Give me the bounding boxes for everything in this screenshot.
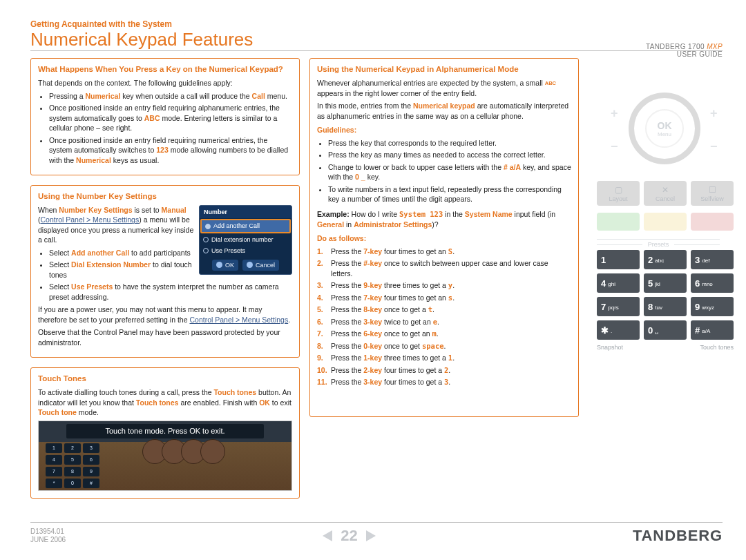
middle-column: Using the Numerical Keypad in Alphanumer… xyxy=(309,58,579,508)
box-touch-tones: Touch Tones To activate dialling touch t… xyxy=(30,367,300,498)
key-8: 8tuv xyxy=(644,297,687,316)
key-5: 5jkl xyxy=(644,273,687,293)
touchtones-label: Touch tones xyxy=(700,344,734,351)
radio-on-icon xyxy=(205,224,211,229)
key-4: 4ghi xyxy=(597,273,640,293)
touch-tone-screenshot: Touch tone mode. Press OK to exit. 123 4… xyxy=(38,421,292,491)
guide-3: Change to lower or back to upper case le… xyxy=(328,162,571,182)
step-9: Press the 1-key three times to get a 1. xyxy=(317,353,571,363)
tt-banner: Touch tone mode. Press OK to exit. xyxy=(66,424,264,438)
key-hash: #a/A xyxy=(691,320,734,340)
radio-off-icon xyxy=(203,237,209,242)
brand-logo: TANDBERG xyxy=(633,527,723,545)
call-key-red xyxy=(691,213,734,231)
step-4: Press the 7-key four times to get an s. xyxy=(317,293,571,302)
step-7: Press the 6-key once to get an m. xyxy=(317,329,571,338)
kp-bullet-1: Pressing a Numerical key when outside a … xyxy=(49,91,292,101)
next-page-icon[interactable] xyxy=(366,530,376,541)
step-10: Press the 2-key four times to get a 2. xyxy=(317,365,571,375)
step-2: Press the #-key once to switch between u… xyxy=(317,258,571,278)
call-key-row xyxy=(597,213,734,231)
dialog-opt-add-call: Add another Call xyxy=(200,219,291,233)
step-5: Press the 8-key once to get a t. xyxy=(317,305,571,314)
page-number-nav: 22 xyxy=(323,527,375,545)
call-key-green xyxy=(597,213,640,231)
step-1: Press the 7-key four times to get an S. xyxy=(317,247,571,256)
number-dialog-figure: Number Add another Call Dial extension n… xyxy=(199,205,292,275)
header-rule xyxy=(30,50,723,51)
box-tt-heading: Touch Tones xyxy=(38,374,292,385)
link-menu-settings[interactable]: Control Panel > Menu Settings xyxy=(41,215,140,224)
doc-date: JUNE 2006 xyxy=(30,536,66,543)
dialog-opt-dial-ext: Dial extension number xyxy=(200,234,291,245)
doc-meta: D13954.01 JUNE 2006 xyxy=(30,528,66,545)
box-keypress-intro: That depends on the context. The followi… xyxy=(38,78,292,88)
ok-label: OK xyxy=(658,120,672,131)
dialog-title: Number xyxy=(200,206,291,218)
page-sheet: Getting Acquainted with the System Numer… xyxy=(0,0,746,560)
people-photo-placeholder xyxy=(142,439,220,464)
eyebrow: Getting Acquainted with the System xyxy=(30,19,723,29)
page-footer: D13954.01 JUNE 2006 22 TANDBERG xyxy=(30,522,723,545)
radio-off-icon xyxy=(203,248,209,253)
key-9: 9wxyz xyxy=(691,297,734,316)
page-number: 22 xyxy=(341,527,357,545)
menu-label: Menu xyxy=(658,131,672,137)
dialog-cancel-button: Cancel xyxy=(242,260,279,271)
step-3: Press the 9-key three times to get a y. xyxy=(317,280,571,290)
box-keypress: What Happens When You Press a Key on the… xyxy=(30,58,300,175)
guidelines-label: Guidelines: xyxy=(317,125,571,135)
example-line: Example: How do I write System 123 in th… xyxy=(317,209,571,229)
do-as-follows: Do as follows: xyxy=(317,233,571,243)
product-suffix: MXP xyxy=(707,43,723,50)
dialog-ok-button: OK xyxy=(212,260,238,271)
nks-li3: Select Use Presets to have the system in… xyxy=(49,282,292,302)
doc-id: D13954.01 xyxy=(30,528,64,535)
key-3: 3def xyxy=(691,250,734,269)
alpha-p2: In this mode, entries from the Numerical… xyxy=(317,101,571,121)
presets-label: Presets xyxy=(597,239,720,248)
guide-4: To write numbers in a text input field, … xyxy=(328,184,571,204)
nks-p2: If you are a power user, you may not wan… xyxy=(38,305,292,325)
kp-bullet-2: Once positioned inside an entry field re… xyxy=(49,103,292,133)
key-2: 2abc xyxy=(644,250,687,269)
box-alphanum: Using the Numerical Keypad in Alphanumer… xyxy=(309,58,579,417)
step-6: Press the 3-key twice to get an e. xyxy=(317,317,571,327)
softkey-row: ▢Layout ✕Cancel ☐Selfview xyxy=(597,181,734,206)
keypad: 1 2abc 3def 4ghi 5jkl 6mno 7pqrs 8tuv 9w… xyxy=(597,250,723,340)
link-menu-settings-2[interactable]: Control Panel > Menu Settings xyxy=(189,316,288,324)
softkey-selfview: ☐Selfview xyxy=(691,181,734,206)
prev-page-icon[interactable] xyxy=(323,530,332,541)
header-right-meta: TANDBERG 1700 MXP USER GUIDE xyxy=(646,43,723,58)
check-icon xyxy=(216,262,222,268)
product-name: TANDBERG 1700 xyxy=(646,43,705,50)
tt-keypad-icon: 123 456 789 *0# xyxy=(46,443,99,488)
dialog-opt-use-presets: Use Presets xyxy=(200,245,291,256)
key-0: 0␣ xyxy=(644,320,687,340)
left-column: What Happens When You Press a Key on the… xyxy=(30,58,300,508)
guide-2: Press the key as many times as needed to… xyxy=(328,150,571,160)
content-columns: What Happens When You Press a Key on the… xyxy=(30,58,723,508)
key-6: 6mno xyxy=(691,273,734,293)
box-nks-heading: Using the Number Key Settings xyxy=(38,191,292,202)
kp-bullet-3: Once positioned inside an entry field re… xyxy=(49,135,292,165)
softkey-cancel: ✕Cancel xyxy=(644,181,687,206)
box-keypress-heading: What Happens When You Press a Key on the… xyxy=(38,64,292,75)
call-key-yellow xyxy=(644,213,687,231)
alpha-p1: Whenever alphanumerical entries are expe… xyxy=(317,78,571,98)
guide-1: Press the key that corresponds to the re… xyxy=(328,138,571,148)
snapshot-label: Snapshot xyxy=(597,344,623,351)
x-icon xyxy=(247,262,253,268)
key-star: ✱. xyxy=(597,320,640,340)
box-alpha-heading: Using the Numerical Keypad in Alphanumer… xyxy=(317,64,571,75)
softkey-layout: ▢Layout xyxy=(597,181,640,206)
step-8: Press the 0-key once to get space. xyxy=(317,341,571,351)
tt-paragraph: To activate dialling touch tones during … xyxy=(38,387,292,417)
remote-figure: OK Menu + − + − ▢Layout ✕Cancel ☐Selfvie… xyxy=(589,58,723,508)
key-1: 1 xyxy=(597,250,640,269)
nks-p3: Observe that the Control Panel may have … xyxy=(38,327,292,347)
page-title: Numerical Keypad Features xyxy=(30,30,723,49)
ok-ring: OK Menu xyxy=(629,93,700,164)
doc-label: USER GUIDE xyxy=(677,50,723,58)
box-number-key-settings: Using the Number Key Settings Number Add… xyxy=(30,185,300,358)
